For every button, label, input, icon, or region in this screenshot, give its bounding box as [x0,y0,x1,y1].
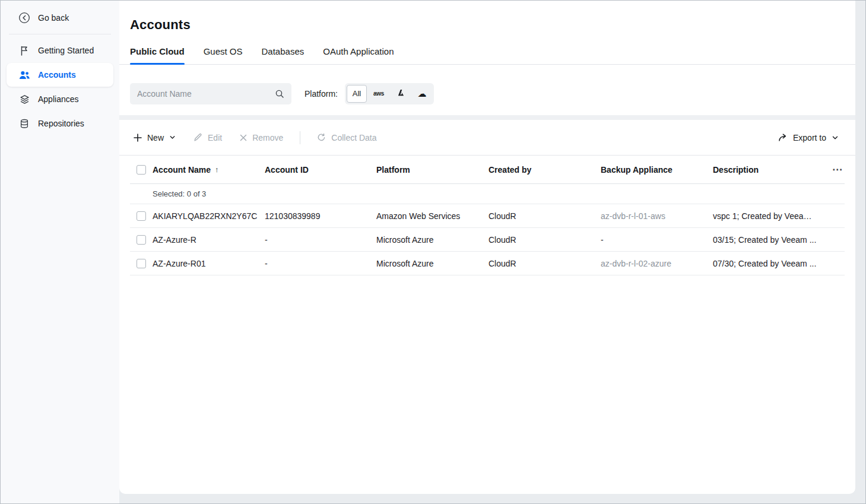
chevron-down-icon [832,134,839,141]
google-cloud-icon: ☁ [418,89,427,98]
export-arrow-icon [778,133,788,142]
column-header-account-name[interactable]: Account Name ↑ [153,165,265,175]
main-panel: Accounts Public Cloud Guest OS Databases… [119,1,855,494]
cell-description: 07/30; Created by Veeam ... [713,259,824,268]
tab-public-cloud[interactable]: Public Cloud [130,46,185,64]
sidebar-item-label: Accounts [38,70,76,80]
sidebar-item-getting-started[interactable]: Getting Started [7,39,113,62]
platform-filter-group: All aws ☁ [345,83,434,104]
row-checkbox[interactable] [137,211,146,221]
azure-icon [396,88,405,99]
sidebar-item-label: Repositories [38,119,84,128]
sort-ascending-icon: ↑ [215,165,219,174]
cell-account-id: - [265,259,376,268]
column-header-account-id[interactable]: Account ID [265,165,376,175]
aws-icon: aws [373,91,384,97]
selection-summary-row: Selected: 0 of 3 [130,184,845,204]
sidebar-item-accounts[interactable]: Accounts [7,63,113,87]
export-to-button[interactable]: Export to [778,133,839,142]
sidebar-item-label: Getting Started [38,46,94,55]
flag-icon [18,45,30,56]
table-row[interactable]: AZ-Azure-R01 - Microsoft Azure CloudR az… [130,252,845,275]
cell-created-by: CloudR [488,235,601,245]
go-back-label: Go back [38,13,69,23]
new-button[interactable]: New [134,133,176,142]
remove-button[interactable]: Remove [240,133,283,142]
column-header-description[interactable]: Description [713,165,824,175]
platform-azure-button[interactable] [391,85,411,103]
column-options-button[interactable]: ⋯ [830,163,845,176]
new-button-label: New [147,133,164,142]
sidebar-item-label: Appliances [38,94,79,104]
search-input[interactable] [137,89,275,99]
platform-all-button[interactable]: All [347,85,367,103]
search-box [130,83,291,104]
platform-label: Platform: [304,89,338,99]
search-icon[interactable] [275,89,284,99]
refresh-icon [317,133,326,142]
cell-backup-appliance: az-dvb-r-l-01-aws [601,211,713,221]
cell-platform: Microsoft Azure [376,235,488,245]
export-to-label: Export to [793,133,826,142]
cell-created-by: CloudR [488,259,601,268]
appliance-stack-icon [18,93,30,105]
remove-button-label: Remove [252,133,283,142]
platform-google-cloud-button[interactable]: ☁ [412,85,432,103]
tab-databases[interactable]: Databases [262,46,304,64]
cell-account-name: AKIARYLQAB22RXN2Y67C [153,211,265,221]
cell-created-by: CloudR [488,211,601,221]
edit-button-label: Edit [208,133,222,142]
pencil-icon [193,133,202,142]
go-back-button[interactable]: Go back [7,6,113,30]
page-title: Accounts [119,1,855,33]
tab-bar: Public Cloud Guest OS Databases OAuth Ap… [119,46,855,65]
chevron-down-icon [169,134,176,141]
column-header-backup-appliance[interactable]: Backup Appliance [601,165,713,175]
tab-guest-os[interactable]: Guest OS [204,46,243,64]
row-checkbox[interactable] [137,235,146,245]
cell-backup-appliance: - [601,235,713,245]
app-window: Go back Getting Started Accounts Applian… [0,0,866,504]
section-divider [119,115,855,120]
sidebar-item-appliances[interactable]: Appliances [7,87,113,111]
cell-backup-appliance: az-dvb-r-l-02-azure [601,259,713,268]
collect-data-button[interactable]: Collect Data [317,133,376,142]
row-checkbox[interactable] [137,259,146,268]
platform-aws-button[interactable]: aws [368,85,389,103]
sidebar: Go back Getting Started Accounts Applian… [1,1,119,503]
table-row[interactable]: AZ-Azure-R - Microsoft Azure CloudR - 03… [130,228,845,252]
cell-account-id: - [265,235,376,245]
platform-filter: Platform: All aws ☁ [304,83,434,104]
x-icon [240,134,247,141]
table-toolbar: New Edit Remove [119,120,855,156]
cell-description: vspc 1; Created by Veeam ... [713,211,824,221]
cell-description: 03/15; Created by Veeam ... [713,235,824,245]
users-icon [18,69,30,81]
column-header-created-by[interactable]: Created by [488,165,601,175]
cell-account-name: AZ-Azure-R [153,235,265,245]
cell-account-name: AZ-Azure-R01 [153,259,265,268]
selection-summary: Selected: 0 of 3 [153,189,845,198]
tab-oauth-application[interactable]: OAuth Application [323,46,394,64]
edit-button[interactable]: Edit [193,133,222,142]
sidebar-item-repositories[interactable]: Repositories [7,112,113,135]
table-header-row: Account Name ↑ Account ID Platform Creat… [130,156,845,184]
filter-bar: Platform: All aws ☁ [119,65,855,115]
sidebar-divider [9,34,111,34]
column-header-platform[interactable]: Platform [376,165,488,175]
back-circle-icon [18,12,30,24]
select-all-checkbox[interactable] [137,165,146,175]
cell-account-id: 121030839989 [265,211,376,221]
accounts-table: Account Name ↑ Account ID Platform Creat… [119,156,855,275]
cell-platform: Amazon Web Services [376,211,488,221]
plus-icon [134,134,142,142]
toolbar-divider [300,131,300,144]
repository-database-icon [18,118,30,129]
table-row[interactable]: AKIARYLQAB22RXN2Y67C 121030839989 Amazon… [130,204,845,228]
cell-platform: Microsoft Azure [376,259,488,268]
collect-data-label: Collect Data [331,133,376,142]
